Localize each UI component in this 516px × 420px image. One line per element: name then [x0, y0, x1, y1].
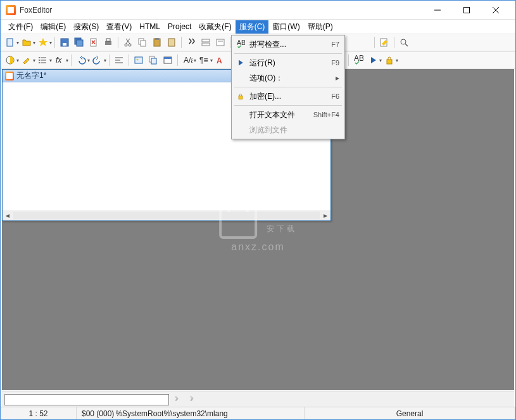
- document-title: 无名字1*: [16, 70, 46, 81]
- status-filepath: %SystemRoot%\system32\mlang: [115, 409, 227, 418]
- svg-rect-24: [202, 43, 210, 46]
- svg-rect-12: [105, 41, 111, 45]
- spellcheck-button[interactable]: AB: [351, 53, 365, 67]
- menu-project[interactable]: Project: [164, 21, 195, 32]
- color-button[interactable]: [3, 53, 17, 67]
- document-icon: [5, 72, 14, 80]
- svg-point-37: [39, 60, 40, 61]
- scroll-track[interactable]: [13, 212, 320, 219]
- menu-file[interactable]: 文件(F): [4, 20, 37, 34]
- menu-separator: [234, 105, 342, 106]
- menu-edit[interactable]: 编辑(E): [37, 20, 70, 34]
- replace-button[interactable]: [199, 35, 213, 49]
- menu-encrypt-label: 加密(E)...: [247, 91, 331, 102]
- print-button[interactable]: [101, 35, 115, 49]
- run-button[interactable]: [366, 53, 380, 67]
- menu-view[interactable]: 查看(V): [103, 20, 135, 34]
- save-all-button[interactable]: [72, 35, 86, 49]
- preview-button[interactable]: [397, 35, 411, 49]
- services-dropdown: AB 拼写检查... F7 运行(R) F9 选项(O)： ▸ 加密(E)...…: [231, 35, 345, 139]
- svg-rect-46: [151, 58, 156, 64]
- cut-button[interactable]: [121, 35, 135, 49]
- close-button[interactable]: [481, 1, 510, 20]
- status-path: $00 (000) %SystemRoot%\system32\mlang: [77, 407, 305, 419]
- svg-rect-21: [155, 38, 159, 40]
- menu-spellcheck[interactable]: AB 拼写检查... F7: [232, 37, 344, 52]
- menu-help[interactable]: 帮助(P): [304, 20, 337, 34]
- menubar: 文件(F) 编辑(E) 搜索(S) 查看(V) HTML Project 收藏夹…: [1, 20, 515, 34]
- svg-rect-55: [239, 96, 242, 99]
- svg-text:A/a: A/a: [184, 56, 192, 65]
- font-size-button[interactable]: A: [213, 53, 227, 67]
- indent-button[interactable]: ¶≡: [197, 53, 211, 67]
- svg-point-15: [129, 44, 131, 46]
- svg-text:A: A: [217, 56, 222, 65]
- save-button[interactable]: [58, 35, 72, 49]
- menu-run[interactable]: 运行(R) F9: [232, 55, 344, 70]
- highlight-button[interactable]: [20, 53, 34, 67]
- svg-rect-23: [202, 39, 210, 42]
- menu-run-label: 运行(R): [247, 58, 331, 68]
- svg-text:¶≡: ¶≡: [199, 56, 208, 65]
- menu-encrypt-shortcut: F6: [331, 92, 339, 100]
- find-next-button[interactable]: [187, 393, 199, 406]
- edit-button[interactable]: [377, 35, 391, 49]
- svg-rect-8: [77, 40, 83, 46]
- menu-search[interactable]: 搜索(S): [70, 20, 103, 34]
- minimize-button[interactable]: [423, 1, 452, 20]
- horizontal-scrollbar[interactable]: ◂ ▸: [3, 210, 330, 220]
- status-mode: General: [305, 407, 515, 419]
- menu-window[interactable]: 窗口(W): [268, 20, 303, 34]
- svg-rect-22: [168, 39, 175, 46]
- font-case-button[interactable]: A/a: [180, 53, 194, 67]
- copy-button[interactable]: [135, 35, 149, 49]
- lock-icon: [234, 92, 247, 100]
- menu-open-text-file[interactable]: 打开文本文件 Shift+F4: [232, 107, 344, 122]
- open-button[interactable]: [20, 35, 34, 49]
- lock-button[interactable]: [382, 53, 396, 67]
- list-button[interactable]: [36, 53, 50, 67]
- scroll-left-icon[interactable]: ◂: [3, 210, 13, 220]
- paste-button[interactable]: [150, 35, 164, 49]
- maximize-button[interactable]: [452, 1, 481, 20]
- svg-rect-6: [63, 43, 66, 46]
- align-left-button[interactable]: [112, 53, 126, 67]
- scroll-right-icon[interactable]: ▸: [320, 210, 330, 220]
- menu-separator: [234, 53, 342, 54]
- svg-rect-25: [217, 39, 224, 46]
- play-icon: [234, 59, 247, 67]
- image-button[interactable]: [132, 53, 146, 67]
- window-button[interactable]: [161, 53, 175, 67]
- svg-point-44: [137, 59, 139, 61]
- menu-open-text-label: 打开文本文件: [247, 110, 313, 120]
- svg-rect-43: [135, 57, 142, 63]
- app-icon: [6, 5, 16, 15]
- clipboard-button[interactable]: [165, 35, 179, 49]
- copy-format-button[interactable]: [146, 53, 160, 67]
- svg-point-30: [401, 39, 406, 44]
- watermark-main: 安下载: [267, 224, 297, 233]
- menu-options[interactable]: 选项(O)： ▸: [232, 70, 344, 86]
- redo-button[interactable]: [91, 53, 104, 67]
- close-file-button[interactable]: [87, 35, 101, 49]
- menu-encrypt[interactable]: 加密(E)... F6: [232, 89, 344, 104]
- menu-browse-file: 浏览到文件: [232, 122, 344, 137]
- status-code: $00 (000): [82, 409, 114, 418]
- menu-html[interactable]: HTML: [135, 21, 164, 32]
- find-prev-button[interactable]: [172, 393, 184, 406]
- fx-button[interactable]: fx: [53, 53, 66, 67]
- favorite-button[interactable]: [36, 35, 50, 49]
- new-file-button[interactable]: [3, 35, 17, 49]
- spellcheck-icon: AB: [234, 40, 247, 49]
- undo-button[interactable]: [74, 53, 88, 67]
- status-bar: 1 : 52 $00 (000) %SystemRoot%\system32\m…: [1, 407, 515, 419]
- menu-spellcheck-label: 拼写检查...: [247, 39, 331, 50]
- menu-services[interactable]: 服务(C): [236, 20, 269, 34]
- status-position: 1 : 52: [1, 407, 77, 419]
- menu-favorites[interactable]: 收藏夹(F): [195, 20, 235, 34]
- svg-point-36: [39, 57, 40, 58]
- find-button[interactable]: [184, 35, 198, 49]
- search-input[interactable]: [4, 394, 169, 405]
- menu-options-label: 选项(O)：: [247, 73, 336, 84]
- goto-button[interactable]: [213, 35, 227, 49]
